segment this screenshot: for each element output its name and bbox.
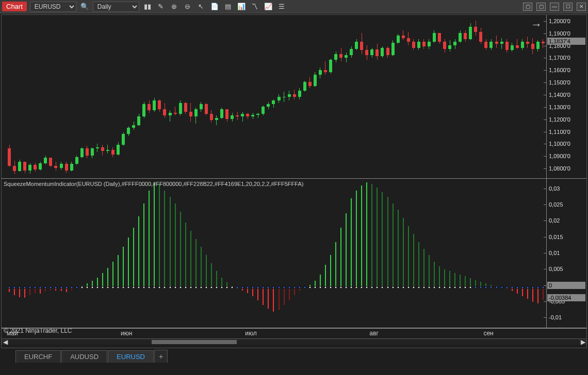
data-window-icon[interactable]: 📄 [209,2,220,12]
price-tick: 1,1300'0 [549,104,570,110]
squeeze-dot [542,286,544,288]
momentum-bar [351,198,352,287]
squeeze-dot [70,286,73,288]
cursor-icon[interactable]: ↖ [196,2,206,12]
momentum-bar [320,275,321,287]
squeeze-dot [231,286,234,288]
momentum-bar [170,197,171,287]
indicators-icon[interactable]: 📈 [263,2,273,12]
squeeze-dot [210,286,213,288]
squeeze-dot [417,286,420,288]
list-icon[interactable]: ☰ [276,2,287,12]
scroll-left-icon[interactable]: ◀ [2,338,9,346]
tab-eurusd[interactable]: EURUSD [108,350,154,363]
search-icon[interactable]: 🔍 [79,2,90,12]
indicator-tick: 0,015 [549,234,563,240]
momentum-bar [543,287,544,300]
momentum-bar [206,255,207,287]
price-tick: 1,1900'0 [549,30,570,37]
momentum-bar [195,239,197,287]
close-icon[interactable]: ✕ [577,3,586,11]
price-pane[interactable]: → 1,0800'01,0900'01,1000'01,1100'01,1200… [2,15,586,179]
squeeze-dot [169,286,171,288]
momentum-bar [180,212,181,287]
scroll-track[interactable] [9,339,579,345]
indicator-y-axis[interactable]: -0,01-0,00500,0050,010,0150,020,0250,030… [546,179,586,328]
pencil-icon[interactable]: ✎ [156,2,166,12]
momentum-bar [439,266,440,287]
momentum-bar [252,287,253,297]
momentum-bar [190,231,191,287]
tab-bar: EURCHFAUDUSDEURUSD + [0,349,588,363]
align-icon[interactable]: ▤ [223,2,233,12]
horizontal-scrollbar[interactable]: ◀ ▶ [2,338,586,345]
squeeze-dot [138,286,140,288]
squeeze-dot [308,286,311,288]
momentum-bar [361,185,362,287]
squeeze-dot [428,286,430,288]
indicator-pane[interactable]: SqueezeMomentumIndicator(EURUSD (Daily),… [2,179,586,328]
squeeze-dot [44,286,47,288]
squeeze-dot [13,286,16,288]
minimize-icon[interactable]: — [550,3,559,11]
squeeze-dot [60,286,62,288]
squeeze-dot [80,286,83,288]
momentum-bar [325,265,326,287]
squeeze-dot [133,286,135,288]
squeeze-dot [200,286,202,288]
chart-type-icon[interactable]: 📊 [236,2,247,12]
indicator-tick: 0,005 [549,266,563,272]
momentum-bar [216,271,217,287]
momentum-bar [408,226,409,287]
momentum-bar [454,273,455,287]
momentum-bar [159,184,160,287]
next-arrow-icon[interactable]: → [531,18,542,31]
squeeze-dot [220,286,223,288]
momentum-bar [268,287,269,309]
period-select[interactable]: Daily [93,2,139,12]
patterns-icon[interactable]: 〽 [250,2,260,12]
momentum-bar [346,213,347,287]
tab-eurchf[interactable]: EURCHF [15,350,61,363]
squeeze-dot [184,286,187,288]
squeeze-dot [397,286,399,288]
squeeze-dot [381,286,384,288]
momentum-bar [164,191,165,287]
squeeze-dot [371,286,373,288]
time-axis[interactable]: майиюниюлавгсен [2,328,586,338]
squeeze-dot [319,286,321,288]
zoom-in-icon[interactable]: ⊕ [169,2,179,12]
momentum-bar [143,203,144,287]
momentum-bar [403,218,404,287]
window-link2-icon[interactable]: ▢ [536,3,546,11]
scroll-thumb[interactable] [152,340,237,344]
momentum-bar [112,262,113,287]
price-y-axis[interactable]: 1,0800'01,0900'01,1000'01,1100'01,1200'0… [546,15,586,178]
month-label: сен [483,330,493,337]
instrument-select[interactable]: EURUSD [30,2,76,12]
window-link1-icon[interactable]: ▢ [523,3,532,11]
zoom-out-icon[interactable]: ⊖ [183,2,193,12]
squeeze-dot [511,286,513,288]
scroll-right-icon[interactable]: ▶ [579,338,586,346]
squeeze-dot [34,286,37,288]
squeeze-dot [86,286,88,288]
indicator-tick: 0,02 [549,217,560,224]
squeeze-dot [127,286,130,288]
squeeze-dot [226,286,228,288]
bars-icon[interactable]: ▮▮ [142,2,153,12]
squeeze-dot [29,286,31,288]
momentum-bar [263,287,264,305]
momentum-bar [522,287,523,297]
price-tick: 1,1400'0 [549,92,570,98]
add-tab-button[interactable]: + [154,350,168,363]
tab-audusd[interactable]: AUDUSD [61,350,107,363]
maximize-icon[interactable]: ☐ [563,3,573,11]
momentum-bar [185,223,186,287]
momentum-bar [201,247,202,287]
price-tick: 1,1000'0 [549,141,570,147]
squeeze-dot [340,286,342,288]
month-label: июн [121,330,132,337]
price-tick: 1,0800'0 [549,165,570,172]
squeeze-dot [330,286,332,288]
